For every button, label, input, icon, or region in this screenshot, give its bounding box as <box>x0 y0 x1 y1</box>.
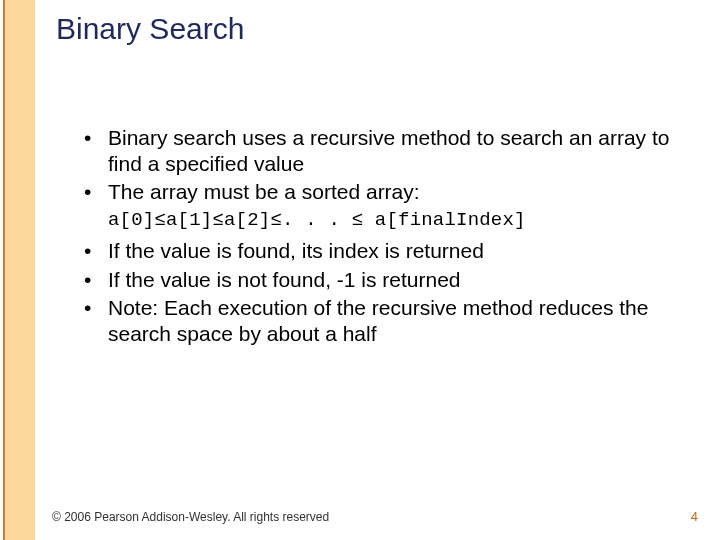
bullet-text: If the value is found, its index is retu… <box>108 239 484 262</box>
bullet-item: The array must be a sorted array: <box>80 179 670 205</box>
sidebar-accent-band <box>5 0 35 540</box>
code-snippet: a[0]≤a[1]≤a[2]≤. . . ≤ a[finalIndex] <box>108 209 670 232</box>
bullet-group-b: If the value is found, its index is retu… <box>80 238 670 346</box>
bullet-item: If the value is not found, -1 is returne… <box>80 267 670 293</box>
slide-body: Binary search uses a recursive method to… <box>80 125 670 349</box>
page-number: 4 <box>691 509 698 524</box>
sidebar-accent-rule <box>3 0 5 540</box>
bullet-text: If the value is not found, -1 is returne… <box>108 268 461 291</box>
bullet-text: The array must be a sorted array: <box>108 180 420 203</box>
bullet-text: Binary search uses a recursive method to… <box>108 126 669 175</box>
slide-title: Binary Search <box>56 12 244 46</box>
copyright-footer: © 2006 Pearson Addison-Wesley. All right… <box>52 510 329 524</box>
bullet-text: Note: Each execution of the recursive me… <box>108 296 648 345</box>
bullet-item: Binary search uses a recursive method to… <box>80 125 670 176</box>
bullet-group-a: Binary search uses a recursive method to… <box>80 125 670 205</box>
bullet-item: If the value is found, its index is retu… <box>80 238 670 264</box>
bullet-item: Note: Each execution of the recursive me… <box>80 295 670 346</box>
